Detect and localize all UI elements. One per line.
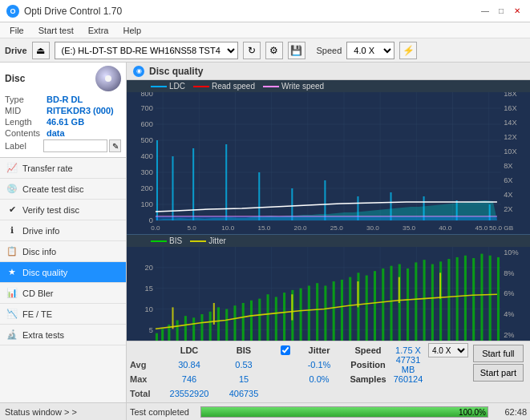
jitter-checkbox[interactable] (281, 345, 290, 355)
menu-file[interactable]: File (3, 24, 30, 37)
svg-text:0: 0 (149, 216, 153, 224)
svg-rect-137 (464, 256, 467, 341)
progress-bar: 100.0% (200, 406, 488, 418)
minimize-button[interactable]: — (479, 5, 492, 18)
sidebar-item-extra-tests[interactable]: 🔬 Extra tests (0, 325, 126, 345)
disc-type-value: BD-R DL (47, 95, 83, 104)
menu-start-test[interactable]: Start test (32, 24, 80, 37)
sidebar-item-verify-test-disc[interactable]: ✔ Verify test disc (0, 200, 126, 220)
svg-text:8%: 8% (504, 268, 515, 277)
disc-title: Disc (5, 73, 25, 84)
disc-label-label: Label (5, 141, 43, 151)
legend-write-label: Write speed (281, 82, 324, 91)
sidebar-label-drive-info: Drive info (22, 226, 59, 236)
disc-header: Disc (5, 66, 121, 91)
svg-rect-114 (275, 297, 277, 341)
start-part-button[interactable]: Start part (473, 364, 524, 382)
max-jitter-value: 0.0% (290, 374, 348, 384)
sidebar-item-disc-info[interactable]: 📋 Disc info (0, 241, 126, 262)
write-color (263, 86, 279, 87)
sidebar-label-cd-bler: CD Bler (22, 289, 54, 298)
sidebar-item-disc-quality[interactable]: ★ Disc quality (0, 262, 126, 283)
max-ldc-value: 746 (159, 374, 220, 384)
titlebar-title: O Opti Drive Control 1.70 (6, 5, 122, 18)
sidebar-label-transfer-rate: Transfer rate (22, 164, 73, 173)
app-icon: O (6, 5, 19, 18)
sidebar-item-drive-info[interactable]: ℹ Drive info (0, 220, 126, 241)
disc-info-icon: 📋 (6, 246, 18, 257)
legend-read-label: Read speed (212, 82, 255, 91)
chart-header: ◉ Disc quality (127, 63, 530, 80)
progress-text: 100.0% (459, 407, 486, 418)
samples-label: Samples (348, 374, 388, 384)
svg-rect-126 (374, 271, 376, 341)
drive-label: Drive (5, 46, 27, 55)
svg-rect-127 (382, 269, 384, 341)
sidebar: Disc Type BD-R DL MID RITEKDR3 (000) Len… (0, 63, 127, 420)
start-full-button[interactable]: Start full (473, 345, 524, 362)
svg-text:35.0: 35.0 (403, 224, 415, 232)
svg-text:700: 700 (140, 104, 152, 112)
svg-text:200: 200 (140, 184, 152, 192)
svg-rect-115 (283, 293, 285, 341)
sidebar-item-transfer-rate[interactable]: 📈 Transfer rate (0, 158, 126, 179)
total-label: Total (130, 389, 159, 398)
drive-refresh-icon[interactable]: ↻ (243, 42, 261, 59)
app-title: Opti Drive Control 1.70 (24, 6, 122, 17)
sidebar-label-extra-tests: Extra tests (22, 330, 64, 340)
legend-jitter: Jitter (190, 236, 226, 245)
legend-read-speed: Read speed (193, 82, 255, 91)
disc-label-row: Label ✎ (5, 139, 121, 152)
svg-rect-130 (407, 269, 409, 341)
svg-rect-139 (480, 254, 483, 341)
speed-select-stats[interactable]: 4.0 X (428, 343, 468, 357)
menu-extra[interactable]: Extra (82, 24, 115, 37)
svg-rect-62 (127, 247, 530, 341)
svg-text:10%: 10% (504, 247, 519, 256)
close-button[interactable]: ✕ (511, 5, 524, 18)
menubar: File Start test Extra Help (0, 22, 530, 38)
disc-contents-value: data (47, 128, 65, 138)
avg-ldc-value: 30.84 (159, 360, 220, 370)
nav-items: 📈 Transfer rate 💿 Create test disc ✔ Ver… (0, 158, 126, 402)
sidebar-item-cd-bler[interactable]: 📊 CD Bler (0, 283, 126, 304)
disc-label-edit-button[interactable]: ✎ (109, 139, 121, 152)
fe-te-icon: 📉 (6, 309, 18, 320)
drive-save-icon[interactable]: 💾 (288, 42, 305, 59)
drive-select[interactable]: (E:) HL-DT-ST BD-RE WH16NS58 TST4 (55, 42, 238, 59)
status-window-bar[interactable]: Status window > > (0, 402, 126, 420)
menu-help[interactable]: Help (116, 24, 148, 37)
ldc-header: LDC (159, 345, 220, 355)
sidebar-item-create-test-disc[interactable]: 💿 Create test disc (0, 179, 126, 200)
legend-bis: BIS (151, 236, 182, 245)
drive-eject-icon[interactable]: ⏏ (32, 42, 50, 59)
time-display: 62:48 (495, 407, 527, 417)
svg-rect-109 (233, 305, 236, 341)
svg-rect-106 (209, 312, 212, 341)
svg-rect-120 (324, 285, 326, 341)
svg-rect-110 (242, 303, 245, 341)
svg-text:6%: 6% (504, 289, 515, 297)
samples-value: 760124 (388, 374, 428, 384)
speed-select[interactable]: 4.0 X (346, 42, 394, 59)
svg-rect-131 (415, 262, 417, 341)
svg-rect-107 (217, 307, 220, 341)
progress-bar-fill (201, 407, 488, 417)
jitter-color (190, 240, 206, 242)
sidebar-item-fe-te[interactable]: 📉 FE / TE (0, 304, 126, 325)
svg-text:10.0: 10.0 (221, 224, 234, 232)
svg-rect-143 (213, 303, 215, 325)
svg-text:10: 10 (145, 305, 153, 313)
svg-rect-145 (357, 281, 358, 307)
speed-icon[interactable]: ⚡ (399, 42, 417, 59)
transfer-rate-icon: 📈 (6, 163, 18, 174)
disc-label-input[interactable] (43, 139, 107, 152)
svg-text:300: 300 (140, 168, 152, 176)
svg-rect-49 (156, 140, 158, 220)
legend-write-speed: Write speed (263, 82, 324, 91)
maximize-button[interactable]: □ (495, 5, 508, 18)
disc-type-row: Type BD-R DL (5, 95, 121, 104)
svg-text:2X: 2X (504, 205, 512, 213)
svg-text:4%: 4% (504, 309, 515, 318)
drive-settings-icon[interactable]: ⚙ (265, 42, 283, 59)
